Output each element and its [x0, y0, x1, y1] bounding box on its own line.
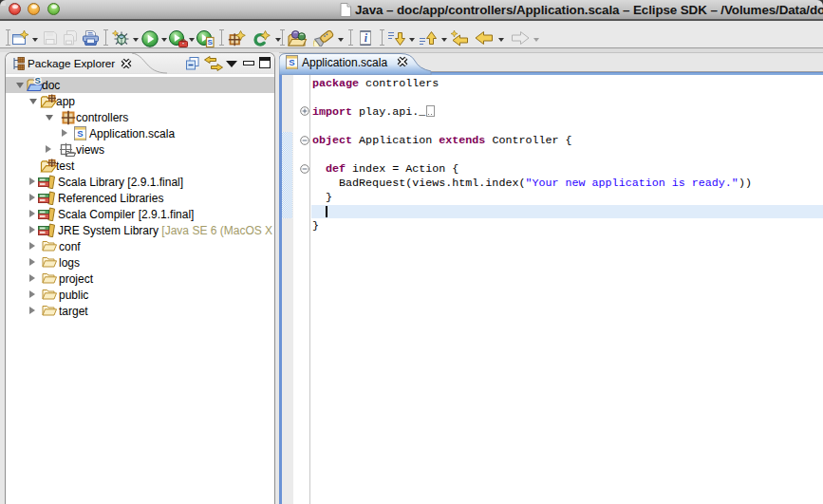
- svg-text:S: S: [34, 77, 40, 85]
- svg-text:S: S: [208, 38, 214, 47]
- svg-text:S: S: [289, 57, 294, 67]
- svg-text:S: S: [77, 128, 83, 139]
